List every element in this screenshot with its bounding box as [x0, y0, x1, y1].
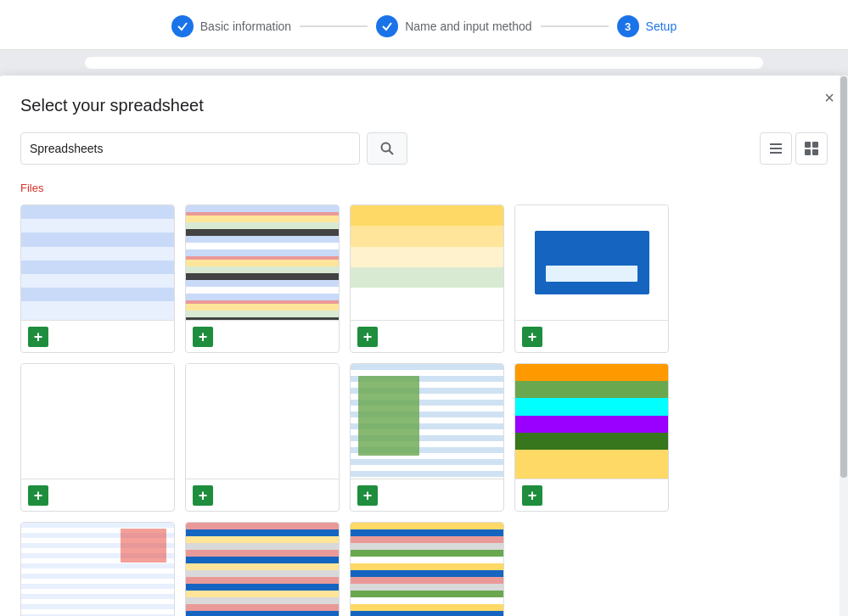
list-view-icon — [768, 141, 783, 156]
file-card[interactable]: X — [350, 522, 504, 616]
add-file-button[interactable]: + — [522, 485, 542, 506]
step3-icon: 3 — [617, 15, 639, 37]
svg-line-1 — [390, 151, 394, 155]
file-card[interactable]: + — [350, 363, 504, 512]
bg-scrollbar — [85, 57, 763, 69]
svg-rect-3 — [770, 148, 782, 149]
connector-1 — [300, 25, 368, 27]
wizard-step-1: Basic information — [171, 15, 291, 37]
step2-icon — [376, 15, 398, 37]
connector-2 — [541, 25, 609, 27]
file-footer: + — [186, 479, 339, 511]
search-input[interactable] — [30, 142, 318, 155]
search-input-wrap — [20, 132, 360, 165]
view-buttons — [760, 132, 828, 165]
dialog-title: Select your spreadsheet — [20, 96, 828, 115]
file-footer: + — [21, 320, 174, 352]
file-footer: + — [351, 320, 503, 352]
file-footer: + — [21, 479, 174, 511]
grid-view-button[interactable] — [795, 132, 828, 165]
file-card[interactable]: X — [185, 522, 340, 616]
close-button[interactable]: × — [824, 89, 834, 106]
search-button[interactable] — [367, 132, 407, 165]
scrollbar-thumb — [840, 76, 847, 478]
add-file-button[interactable]: + — [28, 485, 48, 506]
list-view-button[interactable] — [760, 132, 792, 165]
file-card[interactable]: + — [514, 363, 669, 512]
file-preview — [21, 523, 174, 616]
file-footer: + — [515, 479, 668, 511]
file-footer: + — [186, 320, 339, 352]
search-icon — [379, 141, 395, 156]
svg-rect-7 — [805, 149, 811, 155]
wizard-step-2: Name and input method — [376, 15, 531, 37]
dialog-overlay: × Select your spreadsheet — [0, 76, 848, 616]
file-card[interactable]: + — [20, 363, 175, 512]
file-footer: + — [515, 320, 668, 352]
add-file-button[interactable]: + — [28, 327, 48, 347]
svg-rect-6 — [812, 142, 818, 148]
file-card[interactable]: + — [514, 204, 669, 353]
file-preview — [21, 205, 174, 320]
add-file-button[interactable]: + — [357, 485, 378, 506]
file-preview — [515, 364, 668, 479]
files-grid: + + + — [20, 204, 828, 616]
step1-icon — [171, 15, 194, 37]
wizard-bar: Basic information Name and input method … — [0, 0, 848, 50]
grid-view-icon — [804, 141, 819, 156]
search-row — [20, 132, 828, 165]
file-preview — [515, 205, 668, 320]
section-label: Files — [20, 182, 828, 194]
step3-label: Setup — [646, 20, 677, 33]
file-preview — [351, 364, 503, 479]
file-card[interactable]: + — [20, 204, 175, 353]
file-preview — [21, 364, 174, 479]
file-card[interactable]: + — [20, 522, 175, 616]
dialog-scrollbar[interactable] — [840, 76, 848, 616]
file-preview — [351, 205, 503, 320]
wizard-step-3: 3 Setup — [617, 15, 677, 37]
file-preview — [186, 523, 339, 616]
step2-label: Name and input method — [405, 20, 531, 33]
file-footer: + — [351, 479, 503, 511]
add-file-button[interactable]: + — [522, 327, 542, 347]
add-file-button[interactable]: + — [357, 327, 378, 347]
step1-label: Basic information — [200, 20, 291, 33]
add-file-button[interactable]: + — [193, 485, 213, 506]
file-card[interactable]: + — [350, 204, 504, 353]
svg-rect-2 — [770, 143, 782, 145]
file-card[interactable]: + — [185, 204, 340, 353]
file-preview — [186, 364, 339, 479]
background-area — [0, 50, 848, 76]
file-card[interactable]: + — [185, 363, 340, 512]
svg-rect-8 — [812, 149, 818, 155]
file-preview — [186, 205, 339, 320]
add-file-button[interactable]: + — [193, 327, 213, 347]
svg-rect-5 — [805, 142, 811, 148]
svg-point-0 — [382, 143, 390, 152]
svg-rect-4 — [770, 152, 782, 154]
spreadsheet-dialog: × Select your spreadsheet — [0, 76, 848, 616]
file-preview — [351, 523, 503, 616]
